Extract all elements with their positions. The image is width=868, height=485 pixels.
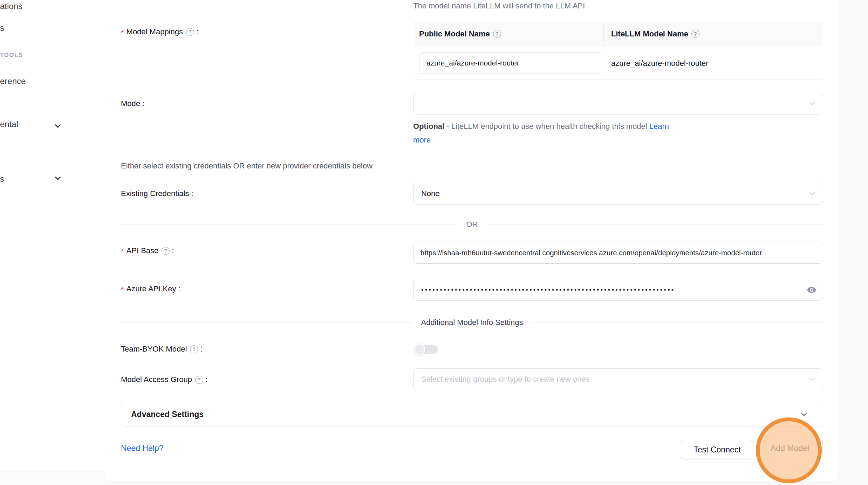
model-mappings-header-row: Public Model Name ? LiteLLM Model Name ?	[413, 21, 823, 47]
help-icon[interactable]: ?	[195, 376, 203, 384]
advanced-settings-panel[interactable]: Advanced Settings	[121, 402, 823, 427]
team-byok-toggle[interactable]	[414, 344, 438, 355]
existing-credentials-select[interactable]: None	[413, 183, 823, 205]
additional-model-info-divider: Additional Model Info Settings	[121, 318, 823, 327]
chevron-down-icon	[53, 174, 62, 183]
help-icon[interactable]: ?	[162, 247, 170, 255]
eye-icon[interactable]	[807, 285, 816, 295]
required-asterisk: *	[121, 247, 124, 256]
column-divider	[603, 26, 604, 42]
column-header-public-model-name: Public Model Name ?	[413, 29, 603, 39]
learn-more-link[interactable]: Learn	[649, 122, 669, 131]
help-icon[interactable]: ?	[691, 30, 699, 38]
sidebar: ations s TOOLS erence ental s	[0, 0, 105, 471]
existing-credentials-label: Existing Credentials :	[121, 189, 193, 198]
api-base-field	[413, 242, 823, 264]
public-model-name-input[interactable]	[419, 52, 601, 74]
column-header-litellm-model-name: LiteLLM Model Name ?	[603, 29, 699, 39]
mode-helper-text: Optional - LiteLLM endpoint to use when …	[413, 119, 700, 147]
model-mappings-table: Public Model Name ? LiteLLM Model Name ?…	[413, 21, 823, 80]
add-model-button[interactable]: Add Model	[757, 438, 823, 459]
chevron-down-icon	[799, 410, 809, 419]
sidebar-item-erence[interactable]: erence	[0, 76, 26, 86]
help-icon[interactable]: ?	[493, 30, 501, 38]
add-model-page: ations s TOOLS erence ental s The model …	[0, 0, 868, 485]
sidebar-footer	[0, 471, 105, 485]
sidebar-item-s2[interactable]: s	[0, 174, 4, 184]
or-divider: OR	[121, 220, 823, 229]
required-asterisk: *	[121, 285, 124, 295]
help-icon[interactable]: ?	[186, 28, 194, 36]
api-base-label: * API Base ? :	[121, 246, 174, 255]
required-asterisk: *	[121, 28, 124, 37]
chevron-down-icon	[53, 122, 62, 131]
advanced-settings-title: Advanced Settings	[131, 410, 799, 419]
model-access-group-select[interactable]: Select existing groups or type to create…	[413, 368, 823, 390]
azure-api-key-label: * Azure API Key :	[121, 284, 180, 293]
credentials-note: Either select existing credentials OR en…	[121, 161, 373, 171]
chevron-down-icon	[808, 189, 816, 198]
table-row: azure_ai/azure-model-router	[413, 47, 823, 80]
masked-api-key: ••••••••••••••••••••••••••••••••••••••••…	[414, 286, 792, 294]
api-base-input[interactable]	[414, 242, 823, 263]
chevron-down-icon	[808, 99, 816, 108]
learn-more-link[interactable]: more	[413, 136, 431, 144]
litellm-model-name-value: azure_ai/azure-model-router	[611, 47, 709, 80]
model-mappings-label: * Model Mappings ? :	[121, 27, 198, 36]
azure-api-key-field[interactable]: ••••••••••••••••••••••••••••••••••••••••…	[413, 279, 823, 301]
add-model-form-card: The model name LiteLLM will send to the …	[105, 0, 838, 482]
help-icon[interactable]: ?	[190, 345, 198, 353]
chevron-down-icon	[808, 375, 816, 383]
sidebar-item-s[interactable]: s	[0, 23, 4, 33]
model-access-group-label: Model Access Group ? :	[121, 375, 207, 384]
test-connect-button[interactable]: Test Connect	[681, 440, 753, 459]
litellm-model-name-note: The model name LiteLLM will send to the …	[413, 1, 585, 11]
sidebar-item-ations[interactable]: ations	[0, 1, 22, 11]
toggle-knob	[414, 344, 425, 355]
select-placeholder: Select existing groups or type to create…	[421, 375, 590, 384]
mode-select[interactable]	[413, 93, 823, 115]
mode-label: Mode :	[121, 99, 144, 108]
sidebar-section-tools: TOOLS	[0, 52, 23, 59]
need-help-link[interactable]: Need Help?	[121, 444, 163, 453]
sidebar-item-ental[interactable]: ental	[0, 119, 18, 129]
team-byok-label: Team-BYOK Model ? :	[121, 345, 202, 354]
